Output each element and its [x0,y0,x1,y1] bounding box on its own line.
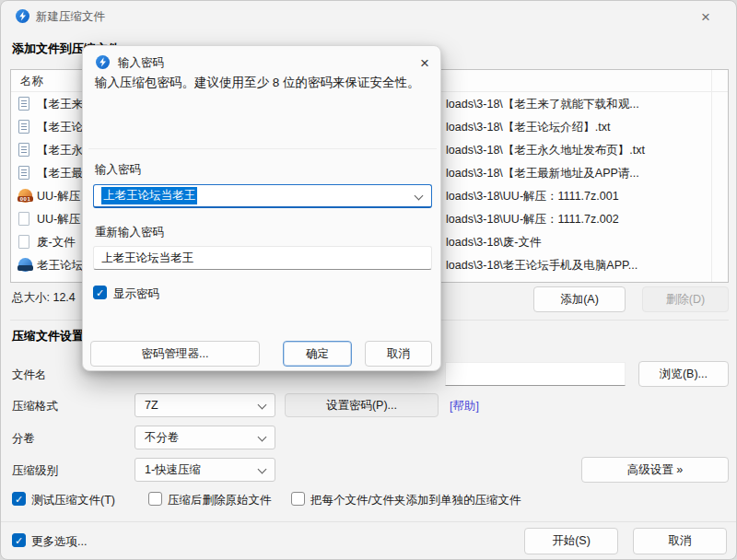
total-size-label: 总大小: 12.4 [12,290,76,305]
add-button[interactable]: 添加(A) [533,286,626,312]
file-name: UU-解压 [37,212,80,228]
test-archive-label[interactable]: 测试压缩文件(T) [31,493,115,508]
set-password-button[interactable]: 设置密码(P)... [285,393,439,417]
password-value: 上老王论坛当老王 [101,187,197,204]
file-path: loads\3-18\【老王永久地址发布页】.txt [446,143,645,158]
password-dialog: 输入密码 × 输入压缩包密码。建议使用至少 8 位的密码来保证安全性。 输入密码… [82,45,441,371]
browse-button[interactable]: 浏览(B)... [638,361,729,387]
delete-button: 删除(D) [642,286,729,312]
level-label: 压缩级别 [12,463,58,478]
level-select[interactable]: 1-快速压缩 [135,458,275,482]
text-file-icon [18,97,29,111]
file-path: loads\3-18\【老王论坛介绍】.txt [446,120,611,135]
separate-archives-checkbox[interactable] [291,492,305,506]
file-name: 【老王永 [37,143,83,158]
help-link[interactable]: [帮助] [450,399,479,414]
format-label: 压缩格式 [12,399,58,414]
enter-password-label: 输入密码 [95,162,141,177]
volume-label: 分卷 [12,431,35,446]
volume-select[interactable]: 不分卷 [135,426,275,449]
archive-split-icon: 001 [18,189,32,203]
text-file-icon [18,143,29,157]
dialog-cancel-button[interactable]: 取消 [365,341,432,367]
dialog-divider [88,148,437,149]
file-icon [18,212,29,226]
file-path: loads\3-18\UU-解压：1111.7z.002 [446,212,619,228]
show-password-label[interactable]: 显示密码 [113,286,159,301]
archive-badge: 001 [18,196,33,202]
delete-original-label[interactable]: 压缩后删除原始文件 [168,493,272,508]
chevron-down-icon [258,401,267,410]
dialog-title: 输入密码 [118,55,164,70]
file-name: 【老王最 [37,166,83,181]
archive-badge [18,265,33,271]
format-select[interactable]: 7Z [135,393,275,417]
password-combobox[interactable]: 上老王论坛当老王 [93,184,432,208]
reenter-password-input[interactable]: 上老王论坛当老王 [93,246,432,270]
footer-cancel-button[interactable]: 取消 [633,528,727,554]
level-value: 1-快速压缩 [145,462,201,478]
test-archive-checkbox[interactable] [12,492,26,506]
file-path: loads\3-18\老王论坛手机及电脑APP... [446,258,638,274]
file-path: loads\3-18\【老王最新地址及APP请... [446,166,639,181]
new-archive-window: 新建压缩文件 × 添加文件到压缩文件 名称 【老王来 loads\3-18\【老… [0,0,737,560]
text-file-icon [18,166,29,180]
start-button[interactable]: 开始(S) [524,528,618,554]
ok-button[interactable]: 确定 [283,341,352,367]
file-path: loads\3-18\【老王来了就能下载和观... [446,97,639,112]
file-icon [18,235,29,249]
footer-divider [1,521,737,522]
more-options-checkbox[interactable] [12,533,26,547]
format-value: 7Z [145,399,158,412]
chevron-down-icon[interactable] [415,192,424,201]
more-options-label[interactable]: 更多选项... [31,534,87,549]
file-path: loads\3-18\废-文件 [446,235,542,251]
reenter-password-value: 上老王论坛当老王 [101,251,193,266]
show-password-checkbox[interactable] [93,286,107,299]
file-name: 废-文件 [37,235,76,251]
text-file-icon [18,120,29,134]
file-name: UU-解压 [37,189,80,204]
window-title: 新建压缩文件 [36,9,105,24]
delete-original-checkbox[interactable] [148,492,162,506]
app-logo-icon [16,9,29,23]
advanced-settings-button[interactable]: 高级设置 » [581,457,729,483]
filename-label: 文件名 [12,368,47,382]
password-manager-button[interactable]: 密码管理器... [90,341,260,367]
file-name: 【老王来 [37,97,83,112]
settings-header: 压缩文件设置 [12,329,84,344]
dialog-close-icon[interactable]: × [413,52,437,76]
reenter-password-label: 重新输入密码 [95,225,164,239]
volume-value: 不分卷 [145,430,180,446]
window-close-icon[interactable]: × [694,6,718,29]
filename-input[interactable] [445,362,626,386]
archive-icon [18,258,32,272]
chevron-down-icon [258,465,267,474]
file-path: loads\3-18\UU-解压：1111.7z.001 [446,189,619,204]
file-name: 【老王论 [37,120,83,135]
chevron-down-icon [258,433,267,442]
dialog-message: 输入压缩包密码。建议使用至少 8 位的密码来保证安全性。 [95,76,428,90]
file-name: 老王论坛 [37,258,83,274]
dialog-logo-icon [96,55,110,69]
column-name[interactable]: 名称 [20,74,43,89]
separate-archives-label[interactable]: 把每个文件/文件夹添加到单独的压缩文件 [310,493,521,508]
